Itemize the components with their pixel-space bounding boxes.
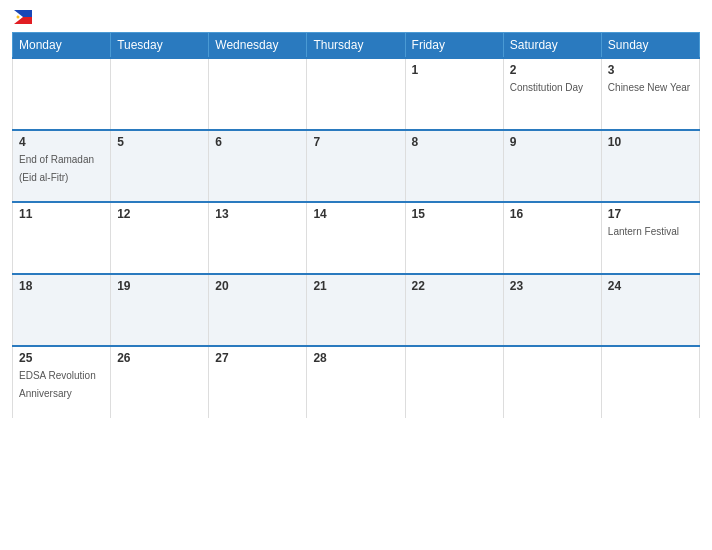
calendar-cell: 6	[209, 130, 307, 202]
calendar-cell: 8	[405, 130, 503, 202]
calendar-header: MondayTuesdayWednesdayThursdayFridaySatu…	[13, 33, 700, 59]
day-number: 26	[117, 351, 202, 365]
day-number: 15	[412, 207, 497, 221]
calendar-cell: 13	[209, 202, 307, 274]
logo-flag-icon	[14, 10, 32, 24]
calendar-table: MondayTuesdayWednesdayThursdayFridaySatu…	[12, 32, 700, 418]
weekday-header-sunday: Sunday	[601, 33, 699, 59]
calendar-cell: 4End of Ramadan (Eid al-Fitr)	[13, 130, 111, 202]
week-row-2: 11121314151617Lantern Festival	[13, 202, 700, 274]
day-number: 22	[412, 279, 497, 293]
calendar-cell: 9	[503, 130, 601, 202]
weekday-row: MondayTuesdayWednesdayThursdayFridaySatu…	[13, 33, 700, 59]
calendar-cell	[405, 346, 503, 418]
day-number: 11	[19, 207, 104, 221]
page: MondayTuesdayWednesdayThursdayFridaySatu…	[0, 0, 712, 550]
calendar-cell: 15	[405, 202, 503, 274]
header	[12, 10, 700, 24]
day-number: 9	[510, 135, 595, 149]
day-number: 14	[313, 207, 398, 221]
calendar-cell	[111, 58, 209, 130]
week-row-1: 4End of Ramadan (Eid al-Fitr)5678910	[13, 130, 700, 202]
calendar-cell: 2Constitution Day	[503, 58, 601, 130]
day-number: 4	[19, 135, 104, 149]
calendar-cell	[307, 58, 405, 130]
day-number: 17	[608, 207, 693, 221]
day-number: 6	[215, 135, 300, 149]
day-event: Lantern Festival	[608, 226, 679, 237]
day-number: 3	[608, 63, 693, 77]
calendar-cell: 21	[307, 274, 405, 346]
day-number: 28	[313, 351, 398, 365]
calendar-cell	[601, 346, 699, 418]
calendar-cell: 24	[601, 274, 699, 346]
day-number: 24	[608, 279, 693, 293]
weekday-header-tuesday: Tuesday	[111, 33, 209, 59]
calendar-cell: 17Lantern Festival	[601, 202, 699, 274]
calendar-cell: 7	[307, 130, 405, 202]
calendar-cell	[13, 58, 111, 130]
calendar-cell: 19	[111, 274, 209, 346]
calendar-cell: 16	[503, 202, 601, 274]
calendar-cell: 3Chinese New Year	[601, 58, 699, 130]
week-row-0: 12Constitution Day3Chinese New Year	[13, 58, 700, 130]
calendar-cell: 12	[111, 202, 209, 274]
calendar-cell	[503, 346, 601, 418]
day-number: 7	[313, 135, 398, 149]
day-number: 16	[510, 207, 595, 221]
day-number: 12	[117, 207, 202, 221]
day-number: 27	[215, 351, 300, 365]
weekday-header-thursday: Thursday	[307, 33, 405, 59]
day-event: EDSA Revolution Anniversary	[19, 370, 96, 399]
calendar-cell: 5	[111, 130, 209, 202]
day-number: 1	[412, 63, 497, 77]
calendar-cell: 11	[13, 202, 111, 274]
day-event: End of Ramadan (Eid al-Fitr)	[19, 154, 94, 183]
calendar-cell: 18	[13, 274, 111, 346]
logo	[12, 10, 32, 24]
calendar-cell: 28	[307, 346, 405, 418]
weekday-header-friday: Friday	[405, 33, 503, 59]
day-number: 13	[215, 207, 300, 221]
week-row-4: 25EDSA Revolution Anniversary262728	[13, 346, 700, 418]
calendar-cell: 10	[601, 130, 699, 202]
calendar-cell: 25EDSA Revolution Anniversary	[13, 346, 111, 418]
day-event: Chinese New Year	[608, 82, 690, 93]
day-number: 5	[117, 135, 202, 149]
calendar-cell: 1	[405, 58, 503, 130]
day-number: 8	[412, 135, 497, 149]
calendar-cell: 26	[111, 346, 209, 418]
day-number: 21	[313, 279, 398, 293]
calendar-cell: 23	[503, 274, 601, 346]
weekday-header-monday: Monday	[13, 33, 111, 59]
day-number: 2	[510, 63, 595, 77]
day-number: 20	[215, 279, 300, 293]
day-number: 18	[19, 279, 104, 293]
calendar-cell: 22	[405, 274, 503, 346]
weekday-header-wednesday: Wednesday	[209, 33, 307, 59]
day-event: Constitution Day	[510, 82, 583, 93]
calendar-cell: 20	[209, 274, 307, 346]
week-row-3: 18192021222324	[13, 274, 700, 346]
calendar-body: 12Constitution Day3Chinese New Year4End …	[13, 58, 700, 418]
day-number: 23	[510, 279, 595, 293]
day-number: 25	[19, 351, 104, 365]
day-number: 10	[608, 135, 693, 149]
calendar-cell: 14	[307, 202, 405, 274]
calendar-cell	[209, 58, 307, 130]
weekday-header-saturday: Saturday	[503, 33, 601, 59]
day-number: 19	[117, 279, 202, 293]
calendar-cell: 27	[209, 346, 307, 418]
